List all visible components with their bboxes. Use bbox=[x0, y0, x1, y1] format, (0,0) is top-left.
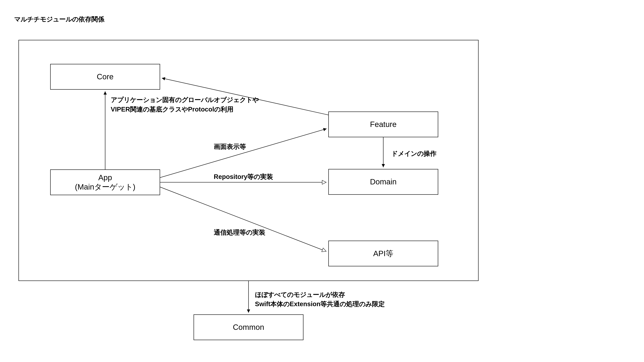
label-app-to-feature: 画面表示等 bbox=[214, 142, 246, 151]
label-outer-to-common-line1: ほぼすべてのモジュールが依存 bbox=[255, 290, 385, 299]
node-common: Common bbox=[194, 314, 303, 340]
node-api: API等 bbox=[328, 241, 438, 266]
node-feature: Feature bbox=[328, 111, 438, 137]
node-core: Core bbox=[50, 64, 160, 90]
label-app-to-domain: Repository等の実装 bbox=[214, 172, 273, 181]
label-core-usage-line2: VIPER関連の基底クラスやProtocolの利用 bbox=[111, 105, 259, 114]
label-outer-to-common: ほぼすべてのモジュールが依存 Swift本体のExtension等共通の処理のみ… bbox=[255, 290, 385, 309]
label-outer-to-common-line2: Swift本体のExtension等共通の処理のみ限定 bbox=[255, 299, 385, 309]
node-core-label: Core bbox=[97, 72, 114, 82]
label-app-to-api: 通信処理等の実装 bbox=[214, 228, 265, 237]
label-core-usage-line1: アプリケーション固有のグローバルオブジェクトや bbox=[111, 95, 259, 105]
node-feature-label: Feature bbox=[370, 119, 396, 129]
node-common-label: Common bbox=[233, 323, 264, 332]
node-domain-label: Domain bbox=[370, 177, 396, 187]
node-app-label-2: (Mainターゲット) bbox=[75, 182, 136, 192]
diagram-title: マルチチモジュールの依存関係 bbox=[14, 15, 104, 24]
node-app-label-1: App bbox=[98, 173, 112, 182]
node-api-label: API等 bbox=[373, 249, 393, 258]
node-domain: Domain bbox=[328, 169, 438, 195]
label-feature-to-domain: ドメインの操作 bbox=[392, 149, 436, 158]
label-core-usage: アプリケーション固有のグローバルオブジェクトや VIPER関連の基底クラスやPr… bbox=[111, 95, 259, 114]
node-app: App (Mainターゲット) bbox=[50, 169, 160, 195]
